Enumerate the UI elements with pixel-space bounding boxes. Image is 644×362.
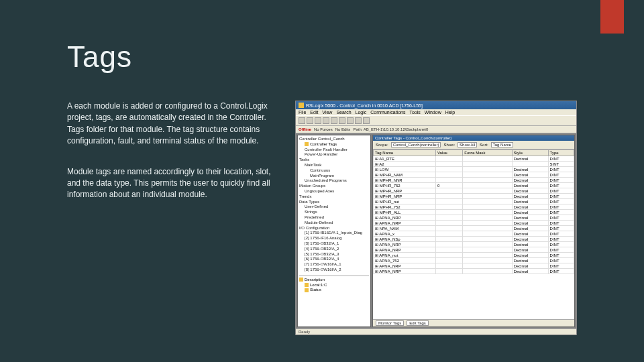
menu-search[interactable]: Search [336, 110, 351, 115]
show-label: Show: [443, 143, 455, 147]
table-row[interactable]: ⊞ LOWDecimalDINT [374, 167, 574, 172]
toolbar-button[interactable] [323, 117, 329, 124]
toolbar-button[interactable] [307, 117, 313, 124]
app-toolbar [296, 115, 576, 126]
menu-window[interactable]: Window [425, 110, 441, 115]
tree-item[interactable]: Unscheduled Programs [299, 178, 369, 184]
app-body: Controller Control_ConchController TagsC… [296, 133, 576, 328]
app-statusbar: Ready [296, 328, 576, 335]
rslogix-screenshot: RSLogix 5000 - Control_Conch in 0010.ACD… [295, 101, 577, 335]
table-row[interactable]: ⊞ MPHR_nutDecimalDINT [374, 199, 574, 204]
table-row[interactable]: ⊞ APNA_NRPDecimalDINT [374, 215, 574, 221]
toolbar-button[interactable] [315, 117, 321, 124]
table-row[interactable]: ⊞ MPHR_NAMDecimalDINT [374, 172, 574, 178]
table-row[interactable]: ⊞ APNA_NRPDecimalDINT [374, 242, 574, 247]
tree-item[interactable]: Module-Defined [299, 221, 369, 226]
menu-logic[interactable]: Logic [356, 110, 367, 115]
menu-view[interactable]: View [322, 110, 332, 115]
tree-item[interactable]: MainProgram [299, 174, 369, 179]
toolbar-button[interactable] [331, 117, 337, 124]
app-statusbar-top: Offline No Forces No Edits Path: AB_ETH-… [296, 126, 576, 133]
toolbar-button[interactable] [363, 117, 370, 124]
project-tree[interactable]: Controller Control_ConchController TagsC… [297, 135, 371, 327]
table-row[interactable]: ⊞ APNA_752DecimalDINT [374, 258, 574, 263]
table-row[interactable]: ⊞ MPHR_7520DecimalDINT [374, 183, 574, 188]
toolbar-button[interactable] [299, 117, 305, 124]
tree-item[interactable]: [2] 1756-IF16 Analog [299, 236, 369, 241]
toolbar-button[interactable] [347, 117, 354, 124]
tree-item[interactable]: Strings [299, 210, 369, 215]
no-edits-label: No Edits [335, 127, 351, 131]
menu-communications[interactable]: Communications [370, 110, 405, 115]
scope-label: Scope: [376, 143, 388, 147]
column-header[interactable]: Type [548, 150, 574, 156]
tree-item[interactable]: Data Types [299, 200, 369, 205]
table-row[interactable]: ⊞ APNA_NRPDecimalDINT [374, 263, 574, 269]
accent-bar [600, 0, 624, 34]
show-value[interactable]: Show All [458, 142, 477, 147]
column-header[interactable]: Style [512, 150, 548, 156]
app-icon [299, 103, 304, 108]
menu-help[interactable]: Help [445, 110, 455, 115]
table-row[interactable]: ⊞ APNA_xDecimalDINT [374, 231, 574, 237]
column-header[interactable]: Value [436, 150, 463, 156]
table-row[interactable]: ⊞ MPHR_752DecimalDINT [374, 204, 574, 210]
table-row[interactable]: ⊞ MPHR_NRPDecimalDINT [374, 188, 574, 194]
tree-item[interactable]: [8] 1756-OW16I/A_2 [299, 267, 369, 273]
scope-value[interactable]: Control_Conch(controller) [391, 142, 441, 147]
sort-value[interactable]: Tag Name [491, 142, 513, 147]
tags-tabs: Monitor TagsEdit Tags [373, 319, 574, 326]
tree-item[interactable]: [6] 1756-OB32/A_4 [299, 257, 369, 262]
tree-item[interactable]: Continuous [299, 168, 369, 174]
tab-monitor-tags[interactable]: Monitor Tags [376, 320, 404, 326]
tree-item[interactable]: Ungrouped Axes [299, 189, 369, 194]
table-row[interactable]: ⊞ MPHR_NRPDecimalDINT [374, 194, 574, 199]
table-row[interactable]: ⊞ A1_RTEDecimalDINT [374, 156, 574, 162]
tree-item[interactable]: [1] 1756-IB16D/A 1_Inputs_Diag [299, 231, 369, 236]
table-row[interactable]: ⊞ APNA_NRPDecimalDINT [374, 247, 574, 253]
tree-item[interactable]: [5] 1756-OB32/A_3 [299, 252, 369, 257]
table-row[interactable]: ⊞ MPHR_ALLDecimalDINT [374, 210, 574, 215]
tree-item[interactable]: [3] 1756-OB32/A_1 [299, 241, 369, 247]
toolbar-button[interactable] [339, 117, 345, 124]
tree-item[interactable]: Controller Fault Handler [299, 147, 369, 153]
table-row[interactable]: ⊞ APNA_NSpDecimalDINT [374, 237, 574, 242]
menu-edit[interactable]: Edit [310, 110, 318, 115]
sort-label: Sort: [480, 143, 488, 147]
table-row[interactable]: ⊞ APNA_NRPDecimalDINT [374, 221, 574, 226]
table-row[interactable]: ⊞ APNA_NRPDecimalDINT [374, 269, 574, 274]
tree-item[interactable]: Description [299, 278, 369, 283]
tree-item[interactable]: MainTask [299, 163, 369, 168]
column-header[interactable]: Force Mask [463, 150, 512, 156]
slide-content: A each module is added or configured to … [67, 101, 577, 335]
column-header[interactable]: Tag Name [374, 150, 436, 156]
table-row[interactable]: ⊞ APNA_nutDecimalDINT [374, 253, 574, 258]
no-forces-label: No Forces [314, 127, 333, 131]
tree-item[interactable]: Status [299, 288, 369, 293]
tree-item[interactable]: Controller Control_Conch [299, 137, 369, 142]
tree-item[interactable]: Power-Up Handler [299, 152, 369, 158]
mode-label: Offline [299, 127, 311, 131]
tree-item[interactable]: [7] 1756-OW16I/A_1 [299, 262, 369, 267]
table-row[interactable]: ⊞ NPA_NAMDecimalDINT [374, 226, 574, 231]
tree-item[interactable]: Tasks [299, 158, 369, 163]
tree-item[interactable]: I/O Configuration [299, 226, 369, 231]
tree-item[interactable]: Predefined [299, 215, 369, 221]
tree-item[interactable]: Trends [299, 194, 369, 200]
paragraph-2: Module tags are named accordingly to the… [67, 166, 275, 201]
menu-tools[interactable]: Tools [409, 110, 420, 115]
tree-item[interactable]: Motion Groups [299, 184, 369, 189]
toolbar-button[interactable] [355, 117, 362, 124]
tree-item[interactable]: Local:1:C [299, 283, 369, 288]
slide: Tags A each module is added or configure… [0, 0, 644, 362]
tags-grid[interactable]: Tag NameValueForce MaskStyleType ⊞ A1_RT… [373, 149, 574, 319]
tags-window: Controller Tags - Control_Conch(controll… [372, 135, 575, 327]
menu-file[interactable]: File [299, 110, 306, 115]
tab-edit-tags[interactable]: Edit Tags [407, 320, 429, 326]
tree-item[interactable]: [4] 1756-OB32/A_2 [299, 247, 369, 252]
table-row[interactable]: ⊞ A2SINT [374, 162, 574, 167]
tags-window-title: Controller Tags - Control_Conch(controll… [373, 135, 574, 141]
tree-item[interactable]: Controller Tags [299, 142, 369, 147]
tree-item[interactable]: User-Defined [299, 204, 369, 210]
table-row[interactable]: ⊞ MPHR_NNRDecimalDINT [374, 178, 574, 183]
